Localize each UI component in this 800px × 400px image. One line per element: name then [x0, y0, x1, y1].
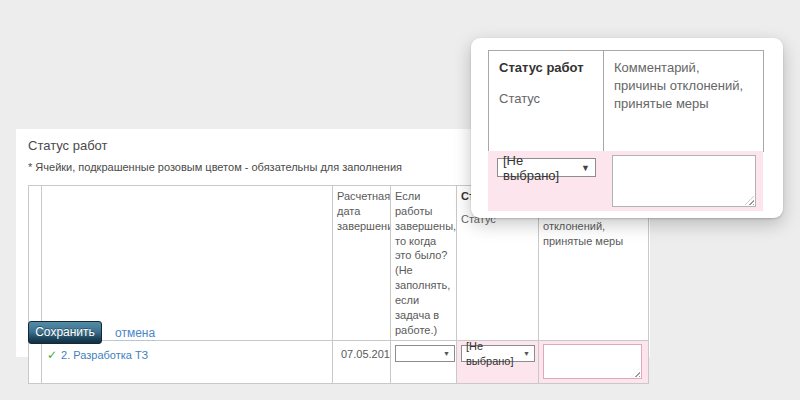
status-select-value: [Не выбрано]: [466, 341, 519, 369]
magnifier-table: Статус работ Статус Комментарий, причины…: [488, 50, 764, 152]
magnifier-comment-header-cell: Комментарий, причины отклонений, приняты…: [604, 51, 764, 152]
magnifier-overlay-card: Статус работ Статус Комментарий, причины…: [471, 38, 783, 218]
required-fields-note: * Ячейки, подкрашенные розовым цветом - …: [28, 161, 402, 173]
magnifier-status-title: Статус работ: [499, 59, 593, 77]
row-cell-completed-when: ▼: [391, 341, 457, 384]
page-title: Статус работ: [28, 138, 108, 153]
chevron-down-icon: ▼: [523, 349, 530, 358]
resize-handle-icon[interactable]: [631, 368, 640, 377]
magnifier-status-sub: Статус: [499, 90, 593, 108]
magnifier-status-header-cell: Статус работ Статус: [489, 51, 604, 152]
magnifier-status-select[interactable]: [Не выбрано] ▼: [497, 158, 596, 177]
magnifier-status-select-value: [Не выбрано]: [503, 153, 581, 183]
header-cell-marker: [29, 186, 42, 341]
row-cell-comment: [539, 341, 649, 384]
cancel-link[interactable]: отмена: [115, 326, 155, 341]
comment-textarea[interactable]: [543, 344, 642, 379]
header-cell-planned-date: Расчетная дата завершения: [333, 186, 391, 341]
task-link[interactable]: 2. Разработка ТЗ: [61, 349, 148, 361]
header-cell-task: [42, 186, 333, 341]
completed-when-select[interactable]: ▼: [395, 345, 455, 362]
status-select[interactable]: [Не выбрано] ▼: [461, 345, 535, 362]
save-button[interactable]: Сохранить: [28, 321, 102, 344]
magnifier-required-row: [Не выбрано] ▼: [488, 151, 763, 211]
row-cell-marker: [29, 341, 42, 384]
magnifier-comment-textarea[interactable]: [612, 155, 756, 207]
header-cell-completed-when: Если работы завершены, то когда это было…: [391, 186, 457, 341]
row-cell-planned-date: 07.05.2014: [333, 341, 391, 384]
chevron-down-icon: ▼: [581, 163, 590, 173]
chevron-down-icon: ▼: [443, 349, 450, 358]
resize-handle-icon[interactable]: [745, 196, 754, 205]
table-row: ✓2. Разработка ТЗ 07.05.2014 ▼ [Не выбра…: [29, 341, 649, 384]
check-icon: ✓: [47, 348, 57, 362]
row-cell-status: [Не выбрано] ▼: [457, 341, 539, 384]
row-cell-task: ✓2. Разработка ТЗ: [42, 341, 333, 384]
